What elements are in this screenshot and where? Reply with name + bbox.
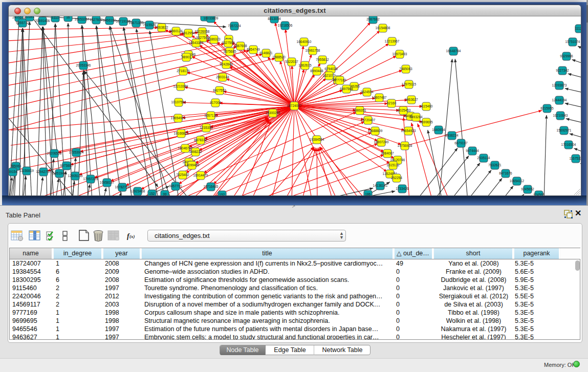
svg-text:16640910: 16640910 bbox=[297, 40, 312, 43]
svg-text:16782759: 16782759 bbox=[115, 185, 130, 189]
svg-text:16046788: 16046788 bbox=[178, 146, 193, 150]
svg-text:3498222: 3498222 bbox=[189, 150, 202, 154]
svg-text:3624554: 3624554 bbox=[360, 90, 374, 94]
svg-text:1362615: 1362615 bbox=[298, 63, 312, 67]
svg-text:10807487: 10807487 bbox=[372, 96, 387, 99]
svg-text:8938224: 8938224 bbox=[445, 134, 459, 137]
svg-text:15692971: 15692971 bbox=[557, 128, 572, 132]
svg-text:7485063: 7485063 bbox=[399, 67, 412, 71]
svg-text:9474444: 9474444 bbox=[466, 149, 479, 152]
svg-text:19166829: 19166829 bbox=[174, 132, 189, 135]
svg-text:9699695: 9699695 bbox=[420, 120, 433, 124]
svg-text:16: 16 bbox=[66, 16, 70, 19]
svg-text:9975887: 9975887 bbox=[60, 164, 73, 167]
svg-text:8912954: 8912954 bbox=[182, 31, 195, 35]
svg-text:8186323: 8186323 bbox=[207, 37, 221, 41]
svg-text:1733426: 1733426 bbox=[396, 187, 409, 190]
svg-text:17016504: 17016504 bbox=[561, 143, 576, 146]
svg-text:7632621: 7632621 bbox=[488, 163, 502, 167]
svg-text:99: 99 bbox=[163, 192, 167, 195]
svg-text:23226058: 23226058 bbox=[195, 30, 210, 33]
svg-text:11123: 11123 bbox=[575, 27, 581, 30]
svg-text:10973493: 10973493 bbox=[393, 52, 407, 56]
svg-text:2935114: 2935114 bbox=[477, 156, 490, 160]
svg-text:8215955: 8215955 bbox=[540, 106, 554, 110]
svg-text:9310: 9310 bbox=[52, 16, 59, 19]
svg-text:39154: 39154 bbox=[9, 170, 17, 173]
svg-text:8454749: 8454749 bbox=[247, 48, 260, 51]
svg-text:18807249: 18807249 bbox=[374, 140, 389, 144]
svg-text:8427552: 8427552 bbox=[213, 89, 226, 92]
svg-text:16914479: 16914479 bbox=[193, 173, 208, 177]
svg-text:8493284: 8493284 bbox=[409, 115, 423, 119]
svg-text:10654112: 10654112 bbox=[510, 179, 525, 183]
svg-text:12975115: 12975115 bbox=[402, 82, 417, 86]
svg-text:9146821: 9146821 bbox=[259, 51, 273, 55]
svg-text:19654923: 19654923 bbox=[401, 129, 416, 133]
svg-text:6466160: 6466160 bbox=[103, 18, 116, 22]
svg-text:12923468: 12923468 bbox=[130, 189, 145, 193]
svg-text:2367608: 2367608 bbox=[234, 44, 247, 48]
svg-text:17957225: 17957225 bbox=[83, 177, 98, 181]
svg-text:7663822: 7663822 bbox=[155, 26, 168, 29]
svg-text:20391: 20391 bbox=[25, 16, 34, 18]
svg-text:9463627: 9463627 bbox=[405, 98, 418, 101]
svg-text:7955812: 7955812 bbox=[316, 58, 329, 61]
svg-text:12213967: 12213967 bbox=[385, 39, 400, 43]
svg-text:6497568: 6497568 bbox=[340, 87, 353, 91]
svg-text:14136141: 14136141 bbox=[373, 184, 388, 187]
svg-text:8471676: 8471676 bbox=[499, 171, 512, 175]
svg-text:9227342: 9227342 bbox=[556, 69, 569, 72]
svg-text:8813054: 8813054 bbox=[268, 17, 281, 20]
svg-text:12905135: 12905135 bbox=[68, 174, 83, 178]
svg-text:7515526: 7515526 bbox=[143, 23, 156, 27]
svg-text:62160: 62160 bbox=[387, 101, 396, 105]
svg-text:19218506: 19218506 bbox=[278, 24, 293, 27]
svg-text:2718176: 2718176 bbox=[177, 69, 190, 73]
svg-text:1588520: 1588520 bbox=[272, 55, 286, 59]
svg-text:10653267: 10653267 bbox=[75, 17, 90, 21]
svg-text:10107554: 10107554 bbox=[171, 100, 186, 104]
svg-text:9242848: 9242848 bbox=[220, 62, 233, 66]
svg-text:19384554: 19384554 bbox=[310, 138, 324, 141]
svg-text:1451944: 1451944 bbox=[53, 171, 66, 175]
svg-text:785061: 785061 bbox=[10, 164, 21, 168]
svg-text:14099489: 14099489 bbox=[185, 163, 200, 167]
svg-text:15720407: 15720407 bbox=[361, 118, 376, 122]
svg-text:10958117: 10958117 bbox=[100, 181, 115, 184]
svg-text:20206556: 20206556 bbox=[47, 151, 62, 155]
svg-text:1235359: 1235359 bbox=[200, 126, 213, 129]
svg-text:2087682: 2087682 bbox=[366, 17, 380, 21]
svg-text:152: 152 bbox=[149, 192, 155, 195]
svg-text:7625402: 7625402 bbox=[176, 173, 189, 177]
svg-text:98901: 98901 bbox=[182, 55, 191, 59]
svg-text:1640954: 1640954 bbox=[432, 128, 445, 132]
svg-text:16210643: 16210643 bbox=[553, 114, 568, 117]
svg-text:12444194: 12444194 bbox=[552, 98, 567, 102]
svg-text:9084067: 9084067 bbox=[381, 151, 394, 155]
svg-text:16033809: 16033809 bbox=[204, 16, 219, 20]
svg-text:12213389: 12213389 bbox=[173, 84, 188, 88]
svg-text:16154808: 16154808 bbox=[376, 26, 390, 30]
svg-text:2803144: 2803144 bbox=[216, 75, 229, 79]
svg-text:12093873: 12093873 bbox=[552, 83, 567, 87]
svg-text:18724007: 18724007 bbox=[287, 104, 302, 107]
svg-text:3675685: 3675685 bbox=[223, 50, 236, 53]
svg-text:(x): (x) bbox=[129, 234, 135, 239]
svg-text:18300295: 18300295 bbox=[266, 111, 280, 115]
svg-text:152: 152 bbox=[220, 193, 225, 195]
svg-text:10961758: 10961758 bbox=[306, 49, 320, 52]
svg-text:252254: 252254 bbox=[391, 176, 402, 180]
svg-text:17353924: 17353924 bbox=[69, 150, 84, 154]
svg-text:9055712: 9055712 bbox=[16, 21, 29, 25]
svg-text:8990448: 8990448 bbox=[310, 69, 323, 73]
svg-text:1527602: 1527602 bbox=[90, 18, 103, 21]
svg-text:11156819: 11156819 bbox=[19, 169, 34, 172]
svg-text:16543382: 16543382 bbox=[189, 41, 204, 45]
svg-text:19654923: 19654923 bbox=[171, 116, 186, 120]
svg-text:9115460: 9115460 bbox=[420, 104, 433, 108]
svg-text:8878332: 8878332 bbox=[194, 138, 207, 142]
svg-text:9457791: 9457791 bbox=[169, 184, 182, 188]
svg-text:15716485: 15716485 bbox=[204, 185, 219, 188]
svg-text:16671355: 16671355 bbox=[129, 21, 144, 25]
